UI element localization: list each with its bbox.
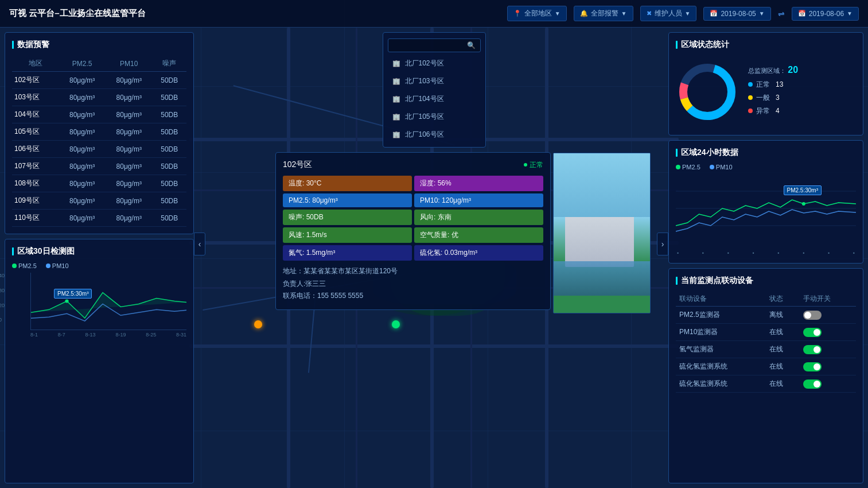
popup-card: 102号区 正常 温度: 30°C 湿度: 56% PM2.5: 80μg/m³… (275, 152, 551, 310)
popup-pm10: PM10: 120μg/m³ (414, 193, 543, 207)
popup-windspeed: 风速: 1.5m/s (283, 227, 412, 243)
chart-legend-30d: PM2.5 PM10 (12, 262, 186, 269)
device-table: 联动设备 状态 手动开关 PM2.5监测器 离线 PM10监测器 在线 (676, 292, 856, 393)
devices-panel: 当前监测点联动设备 联动设备 状态 手动开关 PM2.5监测器 离线 (668, 268, 863, 483)
cell-pm10: 80μg/m³ (106, 123, 153, 141)
region-stats-title: 区域状态统计 (676, 40, 856, 50)
list-item: PM10监测器 在线 (676, 324, 856, 341)
popup-nitrogen: 氮气: 1.5mg/m³ (283, 245, 412, 261)
cell-noise: 50DB (153, 72, 186, 89)
left-panel-collapse[interactable]: ‹ (194, 233, 205, 255)
dropdown-item-103[interactable]: 🏢 北厂103号区 (383, 72, 485, 90)
toggle-knob (813, 346, 820, 353)
device-toggle[interactable] (803, 345, 822, 354)
title-bar-accent (12, 41, 14, 49)
chart-24h-x-axis: • • • • • • • • (676, 250, 856, 256)
right-panel-collapse[interactable]: › (657, 233, 668, 255)
table-row: 108号区 80μg/m³ 80μg/m³ 50DB (12, 175, 186, 192)
list-item: 氢气监测器 在线 (676, 341, 856, 358)
col-pm10: PM10 (106, 56, 153, 72)
device-toggle-cell (800, 307, 856, 324)
cell-region: 103号区 (12, 89, 59, 106)
dropdown-item-102[interactable]: 🏢 北厂102号区 (383, 55, 485, 72)
device-toggle-cell (800, 341, 856, 358)
stat-warning-dot (748, 95, 753, 100)
table-row: 103号区 80μg/m³ 80μg/m³ 50DB (12, 89, 186, 106)
dropdown-item-105[interactable]: 🏢 北厂105号区 (383, 108, 485, 126)
popup-info: 地址：某某省某某市某区某街道120号 负责人:张三三 联系电话：155 5555… (283, 265, 543, 303)
chart-x-axis: 8-1 8-7 8-13 8-19 8-25 8-31 (30, 332, 186, 338)
legend-24h-pm10: PM10 (710, 164, 733, 171)
col-pm25: PM2.5 (59, 56, 106, 72)
table-row: 110号区 80μg/m³ 80μg/m³ 50DB (12, 210, 186, 227)
popup-image (553, 153, 651, 313)
cell-pm25: 80μg/m³ (59, 89, 106, 106)
device-toggle[interactable] (803, 362, 822, 371)
table-header-row: 地区 PM2.5 PM10 噪声 (12, 56, 186, 72)
map-pin-orange[interactable] (254, 320, 262, 328)
device-name: 硫化氢监测系统 (676, 358, 766, 375)
cell-pm10: 80μg/m³ (106, 89, 153, 106)
cell-noise: 50DB (153, 123, 186, 141)
dropdown-item-104[interactable]: 🏢 北厂104号区 (383, 90, 485, 108)
region-selector[interactable]: 📍 全部地区 ▼ (507, 6, 567, 21)
device-toggle[interactable] (803, 328, 822, 337)
cell-pm25: 80μg/m³ (59, 72, 106, 89)
stat-normal: 正常 13 (748, 80, 798, 90)
location-icon: 📍 (513, 10, 521, 17)
dropdown-item-106[interactable]: 🏢 北厂106号区 (383, 126, 485, 144)
device-toggle-cell (800, 375, 856, 393)
device-toggle[interactable] (803, 311, 822, 320)
cell-pm10: 80μg/m³ (106, 210, 153, 227)
device-name: 氢气监测器 (676, 341, 766, 358)
col-region: 地区 (12, 56, 59, 72)
left-panel: 数据预警 地区 PM2.5 PM10 噪声 102号区 80μg/m³ 80μg… (5, 32, 194, 483)
maintenance-selector[interactable]: ✖ 维护人员 ▼ (640, 6, 697, 21)
donut-chart (676, 60, 739, 123)
region-search[interactable]: 🔍 (388, 38, 481, 52)
cell-region: 110号区 (12, 210, 59, 227)
cell-noise: 50DB (153, 192, 186, 210)
cell-pm25: 80μg/m³ (59, 192, 106, 210)
device-table-header: 联动设备 状态 手动开关 (676, 292, 856, 307)
table-row: 104号区 80μg/m³ 80μg/m³ 50DB (12, 106, 186, 123)
header: 可视 云平台–工业扬尘在线监管平台 📍 全部地区 ▼ 🔔 全部报警 ▼ ✖ 维护… (0, 0, 868, 28)
popup-grid: 温度: 30°C 湿度: 56% PM2.5: 80μg/m³ PM10: 12… (283, 176, 543, 261)
device-status: 在线 (766, 341, 800, 358)
popup-title: 102号区 (283, 160, 312, 170)
warning-table: 地区 PM2.5 PM10 噪声 102号区 80μg/m³ 80μg/m³ 5… (12, 56, 186, 227)
popup-contact: 负责人:张三三 (283, 278, 543, 291)
toggle-wrap (803, 379, 853, 389)
map-pin-green[interactable] (392, 320, 400, 328)
cell-pm25: 80μg/m³ (59, 123, 106, 141)
chart-canvas-30d: PM2.5:30m³ (30, 273, 186, 330)
calendar-icon: 📅 (710, 10, 718, 17)
chart-24h-panel: 区域24小时数据 PM2.5 PM10 PM2.5:30m³ • (668, 140, 863, 264)
cell-pm25: 80μg/m³ (59, 106, 106, 123)
date-end-selector[interactable]: 📅 2019-08-06 ▼ (792, 7, 859, 21)
svg-point-0 (65, 300, 68, 303)
stat-error: 异常 4 (748, 106, 798, 116)
tool-icon: ✖ (647, 10, 652, 17)
title-bar-accent-5 (676, 277, 678, 285)
cell-region: 108号区 (12, 175, 59, 192)
data-warning-title: 数据预警 (12, 40, 186, 50)
region-dropdown: 🔍 🏢 北厂102号区 🏢 北厂103号区 🏢 北厂104号区 🏢 北厂105号… (383, 32, 486, 148)
list-item: 硫化氢监测系统 在线 (676, 358, 856, 375)
popup-sky-img (554, 153, 650, 217)
popup-status: 正常 (524, 160, 543, 170)
svg-point-8 (802, 202, 805, 206)
popup-address: 地址：某某省某某市某区某街道120号 (283, 265, 543, 278)
toggle-knob (813, 329, 820, 336)
cell-pm25: 80μg/m³ (59, 175, 106, 192)
cell-region: 107号区 (12, 158, 59, 175)
date-start-selector[interactable]: 📅 2019-08-05 ▼ (703, 7, 770, 21)
search-icon: 🔍 (467, 41, 476, 49)
device-toggle-cell (800, 324, 856, 341)
cell-noise: 50DB (153, 175, 186, 192)
alert-selector[interactable]: 🔔 全部报警 ▼ (574, 6, 633, 21)
device-toggle[interactable] (803, 379, 822, 389)
cell-pm10: 80μg/m³ (106, 192, 153, 210)
toggle-wrap (803, 345, 853, 354)
app-title: 可视 云平台–工业扬尘在线监管平台 (9, 8, 146, 19)
